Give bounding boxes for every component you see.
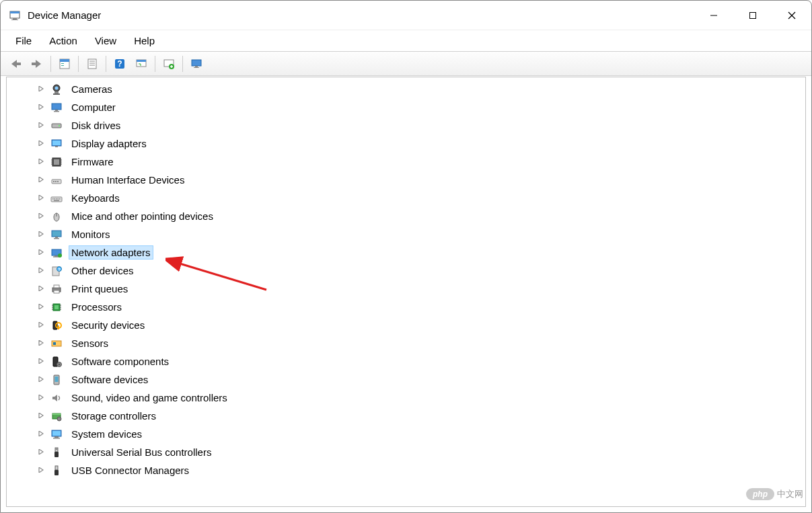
camera-icon	[50, 83, 63, 96]
tree-item-network[interactable]: Network adapters	[7, 243, 805, 262]
tree-item-storage[interactable]: Storage controllers	[7, 407, 805, 425]
chevron-right-icon[interactable]	[36, 338, 46, 348]
menu-view[interactable]: View	[87, 32, 124, 49]
tree-item-sound[interactable]: Sound, video and game controllers	[7, 389, 805, 407]
chevron-right-icon[interactable]	[36, 84, 46, 93]
tree-item-keyboard[interactable]: Keyboards	[7, 189, 805, 207]
tree-item-label: USB Connector Managers	[69, 463, 192, 477]
chevron-right-icon[interactable]	[36, 284, 46, 293]
device-tree: CamerasComputerDisk drivesDisplay adapte…	[7, 77, 805, 482]
show-hidden-button[interactable]	[55, 54, 74, 73]
tree-item-usbconn[interactable]: USB Connector Managers	[7, 461, 805, 479]
svg-rect-14	[88, 59, 96, 69]
firmware-icon	[50, 155, 63, 169]
mouse-icon	[50, 210, 63, 223]
menu-help[interactable]: Help	[126, 32, 163, 49]
svg-rect-27	[195, 66, 198, 67]
chevron-right-icon[interactable]	[36, 120, 46, 130]
tree-item-disk[interactable]: Disk drives	[7, 116, 805, 134]
chevron-right-icon[interactable]	[36, 320, 46, 329]
tree-item-swdev[interactable]: Software devices	[7, 370, 805, 389]
add-driver-button[interactable]	[159, 54, 178, 73]
window-controls	[694, 1, 811, 30]
chevron-right-icon[interactable]	[36, 429, 46, 438]
tree-item-printer[interactable]: Print queues	[7, 280, 805, 298]
svg-point-94	[57, 417, 61, 421]
svg-rect-5	[750, 12, 756, 18]
toolbar-separator	[155, 56, 155, 72]
tree-item-label: Software devices	[69, 372, 151, 387]
tree-item-cpu[interactable]: Processors	[7, 298, 805, 316]
svg-rect-33	[52, 104, 61, 110]
menu-file[interactable]: File	[7, 32, 40, 49]
svg-rect-3	[11, 19, 18, 20]
watermark: php 中文网	[746, 488, 803, 500]
chevron-right-icon[interactable]	[36, 211, 46, 221]
tree-item-label: Sound, video and game controllers	[69, 391, 230, 405]
svg-rect-99	[55, 448, 58, 452]
chevron-right-icon[interactable]	[36, 411, 46, 420]
svg-rect-39	[52, 141, 61, 145]
scan-button[interactable]	[132, 54, 151, 73]
chevron-right-icon[interactable]	[36, 102, 46, 112]
tree-item-sensor[interactable]: Sensors	[7, 334, 805, 352]
chevron-right-icon[interactable]	[36, 356, 46, 366]
chevron-right-icon[interactable]	[36, 175, 46, 184]
chevron-right-icon[interactable]	[36, 229, 46, 239]
chevron-right-icon[interactable]	[36, 374, 46, 384]
properties-button[interactable]	[83, 54, 102, 73]
svg-rect-73	[54, 290, 59, 293]
svg-rect-72	[54, 285, 59, 288]
tree-item-monitor[interactable]: Monitors	[7, 225, 805, 243]
svg-rect-40	[55, 146, 58, 147]
svg-rect-28	[194, 67, 199, 68]
device-tree-container[interactable]: CamerasComputerDisk drivesDisplay adapte…	[6, 77, 806, 507]
chevron-right-icon[interactable]	[36, 393, 46, 402]
minimize-button[interactable]	[694, 1, 733, 30]
chevron-right-icon[interactable]	[36, 266, 46, 275]
tree-item-firmware[interactable]: Firmware	[7, 153, 805, 171]
watermark-text: 中文网	[777, 488, 803, 500]
cpu-icon	[50, 301, 63, 314]
svg-rect-8	[15, 63, 21, 65]
chevron-right-icon[interactable]	[36, 447, 46, 457]
tree-item-swcomp[interactable]: Software components	[7, 352, 805, 370]
monitor-button[interactable]	[187, 54, 206, 73]
svg-rect-50	[53, 181, 54, 182]
tree-item-label: Keyboards	[69, 191, 122, 205]
chevron-right-icon[interactable]	[36, 139, 46, 148]
svg-rect-97	[54, 436, 59, 438]
tree-item-computer[interactable]: Computer	[7, 98, 805, 116]
chevron-right-icon[interactable]	[36, 302, 46, 311]
svg-rect-32	[53, 93, 60, 95]
forward-button[interactable]	[28, 54, 46, 73]
disk-icon	[50, 119, 63, 132]
tree-item-usb[interactable]: Universal Serial Bus controllers	[7, 443, 805, 461]
back-button[interactable]	[6, 54, 25, 73]
menu-action[interactable]: Action	[41, 32, 85, 49]
tree-item-label: Network adapters	[69, 245, 153, 260]
svg-rect-35	[54, 111, 59, 112]
chevron-right-icon[interactable]	[36, 157, 46, 166]
tree-item-mouse[interactable]: Mice and other pointing devices	[7, 207, 805, 225]
tree-item-other[interactable]: ?Other devices	[7, 262, 805, 280]
system-icon	[50, 428, 63, 441]
tree-item-system[interactable]: System devices	[7, 425, 805, 443]
close-button[interactable]	[772, 1, 811, 30]
tree-item-camera[interactable]: Cameras	[7, 80, 805, 98]
tree-item-label: Storage controllers	[69, 409, 159, 423]
tree-item-label: Processors	[69, 300, 124, 314]
swdev-icon	[50, 373, 63, 387]
tree-item-security[interactable]: Security devices	[7, 316, 805, 334]
svg-rect-55	[54, 198, 56, 200]
maximize-button[interactable]	[733, 1, 772, 30]
chevron-right-icon[interactable]	[36, 247, 46, 257]
chevron-right-icon[interactable]	[36, 465, 46, 475]
chevron-right-icon[interactable]	[36, 193, 46, 202]
network-icon	[50, 246, 63, 260]
toolbar-separator	[182, 56, 183, 72]
tree-item-hid[interactable]: Human Interface Devices	[7, 171, 805, 189]
svg-rect-103	[55, 466, 58, 470]
tree-item-display[interactable]: Display adapters	[7, 134, 805, 153]
help-button[interactable]: ?	[110, 54, 129, 73]
